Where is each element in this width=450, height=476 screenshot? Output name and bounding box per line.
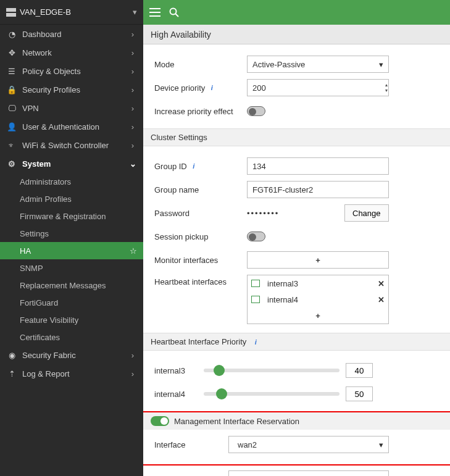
- group-id-input[interactable]: [247, 157, 389, 175]
- vpn-icon: 🖵: [6, 104, 17, 113]
- sidebar-item-dashboard[interactable]: ◔ Dashboard ›: [0, 25, 143, 43]
- sidebar-sub-snmp[interactable]: SNMP: [0, 259, 143, 277]
- sidebar-sub-firmware[interactable]: Firmware & Registration: [0, 207, 143, 225]
- svg-rect-2: [149, 8, 160, 9]
- mode-select[interactable]: Active-Passive ▾: [247, 56, 389, 73]
- network-icon: ✥: [6, 48, 17, 57]
- sidebar-sub-admin-profiles[interactable]: Admin Profiles: [0, 190, 143, 207]
- priority-label: Device priority i: [154, 83, 247, 93]
- topbar: [143, 0, 450, 25]
- main-panel: High Availability Mode Active-Passive ▾ …: [143, 0, 450, 476]
- form-area: Mode Active-Passive ▾ Device priority i: [143, 44, 450, 476]
- sidebar-item-system[interactable]: ⚙ System ⌄: [0, 154, 143, 173]
- sidebar-sub-feature-vis[interactable]: Feature Visibility: [0, 311, 143, 328]
- device-name: VAN_EDGE-B: [20, 7, 133, 17]
- page-title: High Availability: [143, 25, 450, 44]
- sidebar-item-security-fabric[interactable]: ◉ Security Fabric ›: [0, 346, 143, 364]
- heartbeat-if-label: Heartbeat interfaces: [154, 275, 247, 286]
- chevron-down-icon: ⌄: [128, 159, 137, 169]
- caret-down-icon: ▾: [379, 440, 383, 449]
- remove-icon[interactable]: ✕: [378, 295, 385, 304]
- add-hb-if-button[interactable]: +: [248, 307, 388, 324]
- hb-if-row-1: internal3 ✕: [248, 275, 388, 291]
- caret-down-icon: ▾: [379, 60, 383, 69]
- hb-if1-slider[interactable]: [204, 369, 340, 372]
- menu-icon[interactable]: [149, 8, 160, 17]
- session-pickup-label: Session pickup: [154, 232, 247, 241]
- svg-line-6: [176, 14, 179, 17]
- chevron-right-icon: ›: [128, 369, 137, 378]
- sidebar-item-security[interactable]: 🔒 Security Profiles ›: [0, 80, 143, 99]
- mgmt-interface-select[interactable]: wan2 ▾: [228, 436, 389, 453]
- svg-rect-0: [6, 8, 16, 12]
- hb-if2-slider[interactable]: [204, 392, 340, 396]
- group-name-input[interactable]: [247, 181, 389, 198]
- user-icon: 👤: [6, 122, 17, 132]
- mgmt-reservation-header: Management Interface Reservation: [143, 412, 450, 430]
- mode-label: Mode: [154, 60, 247, 69]
- priority-input[interactable]: [247, 79, 389, 96]
- group-name-label: Group name: [154, 185, 247, 194]
- chevron-right-icon: ›: [128, 48, 137, 57]
- monitor-if-label: Monitor interfaces: [154, 256, 247, 265]
- hb-if1-label: internal3: [154, 366, 204, 375]
- svg-rect-3: [149, 12, 160, 13]
- increase-toggle[interactable]: [247, 106, 265, 116]
- monitor-if-box: +: [247, 251, 389, 269]
- info-icon[interactable]: i: [207, 83, 216, 92]
- device-selector[interactable]: VAN_EDGE-B ▾: [0, 0, 143, 25]
- remove-icon[interactable]: ✕: [378, 279, 385, 288]
- chevron-right-icon: ›: [128, 67, 137, 76]
- caret-down-icon: ▾: [133, 7, 137, 17]
- hb-if2-value[interactable]: [346, 386, 373, 401]
- mgmt-interface-label: Interface: [154, 440, 228, 449]
- policy-icon: ☰: [6, 67, 17, 76]
- sidebar: VAN_EDGE-B ▾ ◔ Dashboard › ✥ Network › ☰…: [0, 0, 143, 476]
- session-pickup-toggle[interactable]: [247, 232, 265, 241]
- sidebar-item-vpn[interactable]: 🖵 VPN ›: [0, 99, 143, 117]
- sidebar-sub-fortiguard[interactable]: FortiGuard: [0, 294, 143, 311]
- chevron-right-icon: ›: [128, 30, 137, 39]
- wifi-icon: ᯤ: [6, 141, 17, 150]
- svg-rect-4: [149, 15, 160, 17]
- gateway-input[interactable]: [228, 470, 389, 476]
- svg-point-5: [170, 9, 177, 15]
- hb-if-row-2: internal4 ✕: [248, 291, 388, 307]
- sidebar-item-policy[interactable]: ☰ Policy & Objects ›: [0, 62, 143, 80]
- chevron-right-icon: ›: [128, 141, 137, 150]
- sidebar-item-wifi[interactable]: ᯤ WiFi & Switch Controller ›: [0, 136, 143, 154]
- port-icon: [251, 280, 260, 287]
- chevron-right-icon: ›: [128, 104, 137, 113]
- lock-icon: 🔒: [6, 85, 17, 94]
- sidebar-item-user-auth[interactable]: 👤 User & Authentication ›: [0, 117, 143, 136]
- svg-rect-1: [6, 13, 16, 17]
- heartbeat-if-box: internal3 ✕ internal4 ✕ +: [247, 275, 389, 324]
- add-monitor-if-button[interactable]: +: [248, 252, 388, 268]
- mgmt-reservation-highlight: Management Interface Reservation Interfa…: [143, 411, 450, 466]
- dashboard-icon: ◔: [6, 30, 17, 39]
- hb-priority-header: Heartbeat Interface Priority i: [143, 333, 450, 351]
- chevron-right-icon: ›: [128, 85, 137, 94]
- info-icon[interactable]: i: [251, 338, 260, 346]
- sidebar-item-log-report[interactable]: ⇡ Log & Report ›: [0, 364, 143, 383]
- spinner-buttons[interactable]: ▴▾: [385, 80, 388, 95]
- sidebar-item-network[interactable]: ✥ Network ›: [0, 43, 143, 62]
- star-icon: ☆: [130, 246, 137, 256]
- sidebar-sub-administrators[interactable]: Administrators: [0, 173, 143, 190]
- sidebar-sub-settings[interactable]: Settings: [0, 225, 143, 242]
- hb-if1-value[interactable]: [346, 363, 373, 378]
- gear-icon: ⚙: [6, 159, 17, 169]
- search-icon[interactable]: [169, 7, 179, 17]
- sidebar-sub-replacement[interactable]: Replacement Messages: [0, 277, 143, 294]
- info-icon[interactable]: i: [190, 162, 198, 170]
- mgmt-reservation-toggle[interactable]: [151, 416, 169, 426]
- increase-label: Increase priority effect: [154, 107, 247, 116]
- change-password-button[interactable]: Change: [344, 204, 389, 222]
- device-icon: [6, 8, 16, 17]
- fabric-icon: ◉: [6, 351, 17, 360]
- sidebar-sub-ha[interactable]: HA ☆: [0, 242, 143, 259]
- cluster-settings-header: Cluster Settings: [143, 128, 450, 146]
- chevron-right-icon: ›: [128, 351, 137, 360]
- password-label: Password: [154, 209, 247, 218]
- sidebar-sub-certificates[interactable]: Certificates: [0, 328, 143, 346]
